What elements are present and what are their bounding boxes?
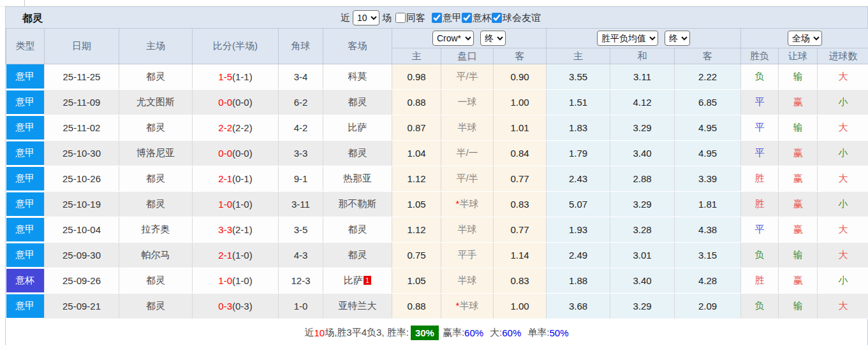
odds-home-cell: 1.04	[392, 141, 441, 166]
avg-draw-cell: 3.11	[610, 64, 675, 90]
handicap-result-cell: 输	[779, 64, 818, 90]
score-cell: 0-3(0-3)	[193, 294, 279, 319]
avg-away-cell: 6.85	[675, 90, 741, 115]
footer-recent-label: 近	[304, 327, 314, 339]
avg-draw-cell: 3.29	[610, 192, 675, 217]
home-team[interactable]: 都灵	[119, 166, 193, 192]
handicap-label: 半球	[458, 122, 477, 133]
away-team-label: 那不勒斯	[339, 198, 377, 209]
away-team[interactable]: 都灵	[323, 217, 392, 243]
avg-away-cell: 4.38	[675, 217, 741, 243]
handicap-cell: 半球	[441, 115, 494, 141]
league-label: 意甲	[15, 300, 34, 311]
fulltime-score: 1-0	[218, 199, 232, 210]
odds-home-cell: 1.12	[392, 217, 441, 243]
home-team[interactable]: 博洛尼亚	[119, 141, 193, 166]
away-team[interactable]: 亚特兰大	[323, 294, 392, 319]
sub-handicap-result: 让球	[779, 48, 818, 64]
halftime-score: (1-0)	[232, 250, 253, 261]
fulltime-score: 1-0	[218, 275, 232, 286]
corners-cell: 3-11	[279, 192, 323, 217]
odds-away-cell: 1.14	[494, 243, 547, 268]
handicap-cell: 一球	[441, 90, 494, 115]
away-team[interactable]: 科莫	[323, 64, 392, 90]
league-label: 意甲	[15, 198, 34, 209]
win-rate-badge: 30%	[411, 326, 439, 340]
home-team[interactable]: 都灵	[119, 64, 193, 90]
scope-select[interactable]: 全场	[788, 31, 822, 46]
away-team[interactable]: 都灵	[323, 90, 392, 115]
score-cell: 1-0(1-0)	[193, 268, 279, 294]
score-cell: 1-0(1-0)	[193, 192, 279, 217]
corners-cell: 6-2	[279, 90, 323, 115]
league-badge: 意甲	[6, 294, 45, 319]
fulltime-score: 2-2	[218, 122, 232, 133]
odds-away-cell: 0.77	[494, 166, 547, 192]
corners-cell: 9-1	[279, 166, 323, 192]
handicap-result-cell: 输	[779, 243, 818, 268]
league-checkbox-2[interactable]	[492, 13, 502, 23]
odds-stage-select[interactable]: 终	[480, 31, 506, 46]
odds-home-cell: 1.05	[392, 268, 441, 294]
home-team[interactable]: 都灵	[119, 268, 193, 294]
same-away-checkbox[interactable]	[395, 13, 406, 23]
corners-cell: 3-4	[279, 64, 323, 90]
home-team[interactable]: 都灵	[119, 115, 193, 141]
bookmaker-select[interactable]: Crow*	[432, 31, 474, 46]
avg-home-cell: 3.55	[547, 64, 610, 90]
halftime-score: (0-3)	[232, 301, 253, 312]
home-team[interactable]: 帕尔马	[119, 243, 193, 268]
filter-toolbar: 都灵 近 10 场 同客 意甲意杯球会友谊	[6, 6, 867, 28]
avg-stage-select[interactable]: 终	[665, 31, 690, 46]
league-badge: 意甲	[6, 192, 45, 217]
league-checkbox-1[interactable]	[462, 13, 472, 23]
avg-away-cell: 1.81	[675, 192, 741, 217]
scope-select-group: 全场	[741, 29, 868, 48]
matches-tbody: 意甲 25-11-25 都灵 1-5(1-1) 3-4 科莫 0.98 平/半 …	[6, 64, 868, 319]
away-team[interactable]: 都灵	[323, 243, 392, 268]
away-team-label: 都灵	[348, 249, 367, 260]
corners-cell: 1-0	[279, 294, 323, 319]
handicap-cell: 平手	[441, 243, 494, 268]
avg-draw-cell: 3.40	[610, 141, 675, 166]
goals-result-cell: 小	[818, 90, 868, 115]
sub-avg-home: 主	[547, 48, 610, 64]
odds-home-cell: 0.88	[392, 90, 441, 115]
league-label: 意甲	[15, 224, 34, 234]
league-badge: 意甲	[6, 217, 45, 243]
handicap-cell: *半球	[441, 192, 494, 217]
odds-home-cell: 0.75	[392, 243, 441, 268]
handicap-label: 平/半	[456, 71, 478, 82]
away-team[interactable]: 比萨	[323, 115, 392, 141]
league-checkbox-0[interactable]	[432, 13, 442, 23]
sub-odds-away: 客	[494, 48, 547, 64]
away-team[interactable]: 热那亚	[323, 166, 392, 192]
league-badge: 意甲	[6, 141, 45, 166]
same-away-label: 同客	[406, 12, 425, 24]
table-row: 意甲 25-11-09 尤文图斯 0-0(0-0) 6-2 都灵 0.88 一球…	[6, 90, 868, 115]
fulltime-score: 0-0	[218, 97, 232, 108]
away-team[interactable]: 那不勒斯	[323, 192, 392, 217]
home-team[interactable]: 拉齐奥	[119, 217, 193, 243]
home-team[interactable]: 都灵	[119, 294, 193, 319]
score-cell: 2-1(0-1)	[193, 166, 279, 192]
avg-type-select[interactable]: 胜平负均值	[597, 31, 658, 46]
result-cell: 负	[741, 243, 779, 268]
home-team[interactable]: 尤文图斯	[119, 90, 193, 115]
footer-winodds-value: 60%	[464, 327, 483, 338]
result-cell: 平	[741, 141, 779, 166]
odds-away-cell: 0.83	[494, 192, 547, 217]
away-team[interactable]: 都灵	[323, 141, 392, 166]
handicap-cell: *半球	[441, 294, 494, 319]
avg-draw-cell: 4.12	[610, 90, 675, 115]
recent-count-select[interactable]: 10	[353, 10, 379, 25]
away-team-label: 科莫	[348, 71, 367, 82]
league-badge: 意甲	[6, 243, 45, 268]
home-team[interactable]: 都灵	[119, 192, 193, 217]
away-team[interactable]: 比萨1	[323, 268, 392, 294]
footer-single-label: 单率:	[527, 327, 549, 339]
league-label: 意甲	[15, 173, 34, 183]
footer-winodds-label: 赢率:	[443, 327, 464, 339]
handicap-label: 半球	[459, 198, 478, 209]
result-cell: 胜	[741, 268, 779, 294]
